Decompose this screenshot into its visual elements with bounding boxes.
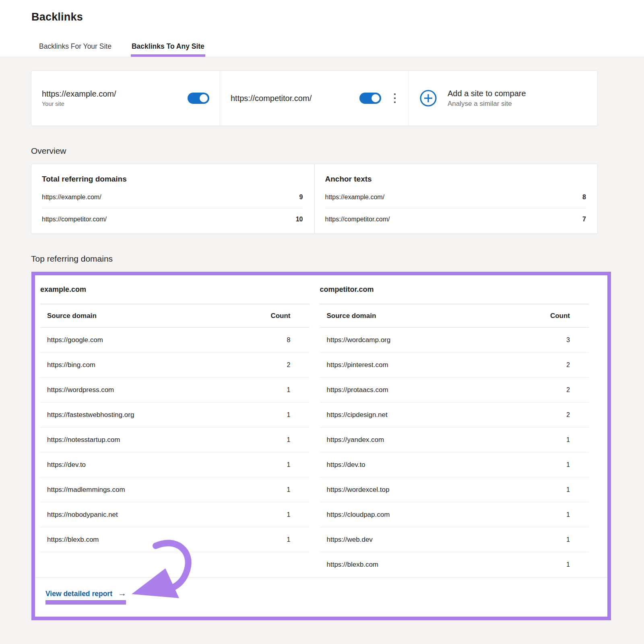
example-com-rows: https://google.com 8 https://bing.com 2 … <box>40 328 310 552</box>
overview-row-count: 9 <box>299 194 303 201</box>
count-cell: 2 <box>566 386 570 394</box>
count-header: Count <box>550 312 570 320</box>
top-referring-domains-heading: Top referring domains <box>31 254 644 264</box>
source-domain-cell: https://blexb.com <box>327 561 379 569</box>
page-title: Backlinks <box>31 0 644 23</box>
anchor-texts-panel: Anchor texts https://example.com/ 8 http… <box>314 164 598 233</box>
anchor-texts-rows: https://example.com/ 8 https://competito… <box>315 186 598 230</box>
table-row: https://cipdesign.net 2 <box>320 402 589 427</box>
count-cell: 1 <box>287 486 291 493</box>
overview-row-url: https://competitor.com/ <box>42 216 107 223</box>
table-row: https://nobodypanic.net 1 <box>40 502 310 527</box>
source-domain-cell: https://yandex.com <box>327 436 384 444</box>
total-referring-domains-title: Total referring domains <box>31 175 314 186</box>
view-detailed-report-link[interactable]: View detailed report→ <box>45 588 126 605</box>
count-cell: 1 <box>566 461 570 469</box>
count-cell: 1 <box>287 411 291 419</box>
toggle-knob <box>200 94 208 102</box>
table-row: https://web.dev 1 <box>320 527 589 552</box>
table-row: https://dev.to 1 <box>40 452 310 477</box>
kebab-menu-icon[interactable] <box>392 92 398 105</box>
anchor-texts-title: Anchor texts <box>315 175 598 186</box>
example-com-table: example.com Source domain Count https://… <box>40 275 310 577</box>
count-cell: 1 <box>566 561 570 568</box>
your-site-label: Your site <box>42 101 116 107</box>
table-row: https://wordcamp.org 3 <box>320 328 589 353</box>
table-row: https://cloudpap.com 1 <box>320 502 589 527</box>
competitor-site-toggle[interactable] <box>359 93 381 104</box>
overview-row: https://example.com/ 8 <box>325 186 586 208</box>
table-row: https://pinterest.com 2 <box>320 353 589 378</box>
add-site-subtitle: Analyse a similar site <box>448 100 526 108</box>
count-cell: 3 <box>566 336 570 344</box>
overview-heading: Overview <box>31 146 644 156</box>
source-domain-header: Source domain <box>327 312 376 320</box>
source-domain-cell: https://fastestwebhosting.org <box>47 411 134 419</box>
table-row: https://madlemmings.com 1 <box>40 477 310 502</box>
add-site-title: Add a site to compare <box>448 89 526 98</box>
overview-row-count: 7 <box>582 216 586 223</box>
count-cell: 1 <box>566 436 570 444</box>
source-domain-cell: https://web.dev <box>327 536 373 544</box>
source-domain-cell: https://notesstartup.com <box>47 436 120 444</box>
source-domain-cell: https://dev.to <box>327 461 365 469</box>
overview-row-url: https://example.com/ <box>325 194 385 201</box>
table-footer: View detailed report→ <box>35 577 607 617</box>
table-row: https://fastestwebhosting.org 1 <box>40 402 310 427</box>
tab-backlinks-for-your-site[interactable]: Backlinks For Your Site <box>38 42 112 57</box>
overview-row-count: 10 <box>296 216 303 223</box>
count-cell: 1 <box>566 511 570 518</box>
competitor-site-card: https://competitor.com/ <box>220 71 409 126</box>
overview-row-count: 8 <box>582 194 586 201</box>
your-site-toggle[interactable] <box>188 93 209 104</box>
total-referring-domains-panel: Total referring domains https://example.… <box>31 164 314 233</box>
table-row: https://dev.to 1 <box>320 452 589 477</box>
count-cell: 1 <box>287 436 291 444</box>
overview-card: Total referring domains https://example.… <box>31 164 598 234</box>
add-site-card[interactable]: Add a site to compare Analyse a similar … <box>409 71 597 126</box>
count-cell: 1 <box>287 386 291 394</box>
table-row: https://protaacs.com 2 <box>320 378 589 402</box>
page-header: Backlinks Backlinks For Your Site Backli… <box>0 0 644 57</box>
source-domain-cell: https://wordpress.com <box>47 386 114 394</box>
competitor-com-rows: https://wordcamp.org 3 https://pinterest… <box>320 328 589 577</box>
overview-row: https://competitor.com/ 10 <box>42 208 303 230</box>
source-domain-cell: https://wordcamp.org <box>327 336 391 344</box>
your-site-url: https://example.com/ <box>42 89 116 99</box>
source-domain-cell: https://wordexcel.top <box>327 486 390 494</box>
source-domain-cell: https://cloudpap.com <box>327 511 390 519</box>
competitor-site-url: https://competitor.com/ <box>231 94 312 103</box>
count-cell: 1 <box>287 536 291 543</box>
referring-domains-tables: example.com Source domain Count https://… <box>35 275 607 577</box>
your-site-card: https://example.com/ Your site <box>31 71 220 126</box>
tab-backlinks-to-any-site[interactable]: Backlinks To Any Site <box>131 42 205 57</box>
source-domain-cell: https://madlemmings.com <box>47 486 125 494</box>
count-header: Count <box>270 312 290 320</box>
table-row: https://wordpress.com 1 <box>40 378 310 402</box>
table-row: https://blexb.com 1 <box>320 552 589 577</box>
count-cell: 8 <box>287 336 291 344</box>
highlight-annotation-box: example.com Source domain Count https://… <box>31 272 611 620</box>
count-cell: 1 <box>287 461 291 469</box>
source-domain-cell: https://google.com <box>47 336 103 344</box>
table-row: https://yandex.com 1 <box>320 427 589 452</box>
count-cell: 2 <box>287 361 291 369</box>
right-arrow-icon: → <box>118 588 126 598</box>
overview-row-url: https://competitor.com/ <box>325 216 390 223</box>
plus-circle-icon <box>419 89 437 107</box>
table-row: https://bing.com 2 <box>40 353 310 378</box>
source-domain-header: Source domain <box>47 312 97 320</box>
competitor-com-table-title: competitor.com <box>320 275 589 304</box>
source-domain-cell: https://nobodypanic.net <box>47 511 118 519</box>
table-row: https://notesstartup.com 1 <box>40 427 310 452</box>
total-referring-domains-rows: https://example.com/ 9 https://competito… <box>31 186 314 230</box>
source-domain-cell: https://bing.com <box>47 361 95 369</box>
count-cell: 1 <box>566 536 570 543</box>
example-com-table-title: example.com <box>40 275 310 304</box>
competitor-com-table: competitor.com Source domain Count https… <box>320 275 589 577</box>
source-domain-cell: https://dev.to <box>47 461 86 469</box>
overview-row: https://competitor.com/ 7 <box>325 208 586 230</box>
table-row: https://wordexcel.top 1 <box>320 477 589 502</box>
source-domain-cell: https://protaacs.com <box>327 386 388 394</box>
source-domain-cell: https://cipdesign.net <box>327 411 388 419</box>
